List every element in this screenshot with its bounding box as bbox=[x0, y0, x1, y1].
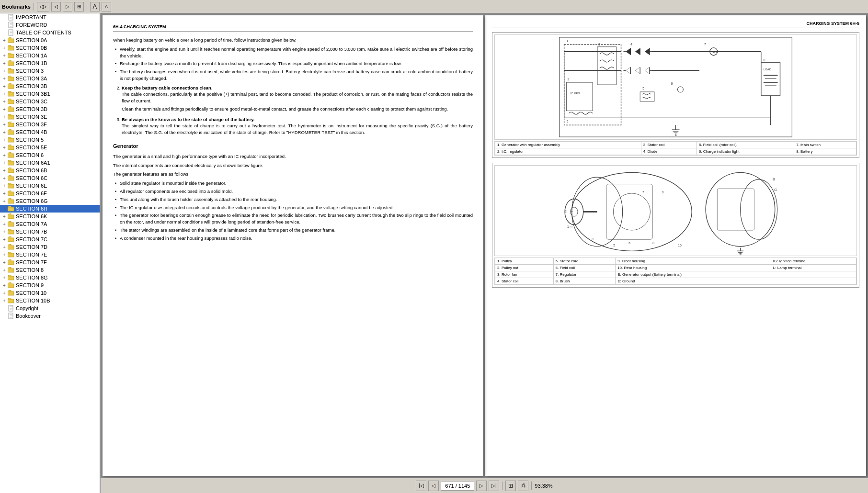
expand-icon-bookcover[interactable] bbox=[1, 313, 8, 319]
sidebar-item-sec6b[interactable]: +SECTION 6B bbox=[0, 167, 100, 174]
collapse-btn[interactable]: ◁▷ bbox=[37, 2, 49, 11]
sidebar-item-sec3f[interactable]: +SECTION 3F bbox=[0, 121, 100, 128]
next-page-btn[interactable]: ▷ bbox=[476, 481, 487, 491]
sidebar-item-sec6k[interactable]: +SECTION 6K bbox=[0, 213, 100, 220]
sidebar-item-sec10b[interactable]: +SECTION 10B bbox=[0, 297, 100, 304]
sidebar-item-sec3b[interactable]: +SECTION 3B bbox=[0, 82, 100, 90]
sidebar-item-sec6h[interactable]: +SECTION 6H bbox=[0, 205, 100, 213]
sidebar-item-sec6f[interactable]: +SECTION 6F bbox=[0, 190, 100, 197]
expand-icon-sec10b[interactable]: + bbox=[1, 297, 8, 304]
sidebar-item-sec3c[interactable]: +SECTION 3C bbox=[0, 98, 100, 105]
expand-icon-sec4b[interactable]: + bbox=[1, 129, 8, 135]
expand-icon-sec5[interactable]: + bbox=[1, 136, 8, 143]
expand-left-btn[interactable]: ◁ bbox=[51, 2, 61, 11]
sidebar-item-sec6c[interactable]: +SECTION 6C bbox=[0, 174, 100, 182]
expand-icon-sec5e[interactable]: + bbox=[1, 144, 8, 151]
sidebar-item-sec7d[interactable]: +SECTION 7D bbox=[0, 243, 100, 251]
sidebar-item-sec6a1[interactable]: +SECTION 6A1 bbox=[0, 159, 100, 167]
expand-all-btn[interactable]: ⊞ bbox=[74, 2, 84, 11]
expand-icon-sec7d[interactable]: + bbox=[1, 244, 8, 250]
expand-icon-sec3b1[interactable]: + bbox=[1, 90, 8, 97]
sidebar-item-sec7a[interactable]: +SECTION 7A bbox=[0, 220, 100, 228]
sidebar-item-sec10[interactable]: +SECTION 10 bbox=[0, 289, 100, 297]
expand-icon-sec1a[interactable]: + bbox=[1, 52, 8, 59]
expand-icon-sec7f[interactable]: + bbox=[1, 259, 8, 266]
expand-icon-sec6b[interactable]: + bbox=[1, 167, 8, 174]
expand-icon-foreword[interactable] bbox=[1, 22, 8, 28]
expand-icon-sec1b[interactable]: + bbox=[1, 60, 8, 67]
sidebar-item-sec6e[interactable]: +SECTION 6E bbox=[0, 182, 100, 190]
sidebar-item-sec3d[interactable]: +SECTION 3D bbox=[0, 105, 100, 113]
folder-icon bbox=[8, 83, 14, 90]
svg-rect-30 bbox=[8, 177, 14, 180]
folder-icon bbox=[8, 228, 14, 235]
font-increase-btn[interactable]: A bbox=[90, 2, 100, 11]
expand-icon-sec3d[interactable]: + bbox=[1, 106, 8, 112]
sidebar-item-sec6g[interactable]: +SECTION 6G bbox=[0, 197, 100, 205]
sidebar-item-copyright[interactable]: Copyright bbox=[0, 304, 100, 312]
sidebar-item-sec1a[interactable]: +SECTION 1A bbox=[0, 52, 100, 59]
first-page-btn[interactable]: |◁ bbox=[416, 481, 426, 491]
bookmark-btn[interactable]: ⊞ bbox=[505, 481, 516, 491]
sidebar-item-sec7f[interactable]: +SECTION 7F bbox=[0, 258, 100, 266]
expand-icon-copyright[interactable] bbox=[1, 305, 8, 312]
font-decrease-btn[interactable]: A bbox=[102, 2, 111, 11]
sidebar-item-sec0a[interactable]: +SECTION 0A bbox=[0, 36, 100, 44]
sidebar-item-sec5[interactable]: +SECTION 5 bbox=[0, 136, 100, 144]
expand-icon-sec8g[interactable]: + bbox=[1, 274, 8, 281]
sidebar-item-important[interactable]: IMPORTANT bbox=[0, 13, 100, 21]
sidebar-item-bookcover[interactable]: Bookcover bbox=[0, 312, 100, 320]
page-number-input[interactable] bbox=[441, 481, 474, 491]
expand-icon-sec6f[interactable]: + bbox=[1, 190, 8, 197]
expand-icon-toc[interactable] bbox=[1, 29, 8, 36]
sidebar-item-sec3a[interactable]: +SECTION 3A bbox=[0, 75, 100, 82]
left-page: 6H-4 CHARGING SYSTEM When keeping batter… bbox=[103, 15, 483, 476]
prev-page-btn[interactable]: ◁ bbox=[428, 481, 439, 491]
sidebar-item-sec3[interactable]: +SECTION 3 bbox=[0, 67, 100, 75]
expand-icon-sec10[interactable]: + bbox=[1, 290, 8, 296]
expand-icon-sec6[interactable]: + bbox=[1, 152, 8, 158]
expand-icon-sec6k[interactable]: + bbox=[1, 213, 8, 220]
sidebar-item-sec3e[interactable]: +SECTION 3E bbox=[0, 113, 100, 121]
expand-icon-sec3f[interactable]: + bbox=[1, 121, 8, 128]
sidebar-item-sec8g[interactable]: +SECTION 8G bbox=[0, 274, 100, 281]
expand-icon-sec3c[interactable]: + bbox=[1, 98, 8, 105]
sidebar-item-sec3b1[interactable]: +SECTION 3B1 bbox=[0, 90, 100, 98]
expand-icon-sec6c[interactable]: + bbox=[1, 175, 8, 181]
sidebar-item-sec1b[interactable]: +SECTION 1B bbox=[0, 59, 100, 67]
expand-icon-sec7c[interactable]: + bbox=[1, 236, 8, 243]
expand-icon-sec6g[interactable]: + bbox=[1, 198, 8, 204]
expand-icon-sec3b[interactable]: + bbox=[1, 83, 8, 90]
expand-icon-sec3[interactable]: + bbox=[1, 67, 8, 74]
sidebar-item-toc[interactable]: TABLE OF CONTENTS bbox=[0, 29, 100, 36]
sidebar-item-sec6[interactable]: +SECTION 6 bbox=[0, 151, 100, 159]
expand-icon-sec7e[interactable]: + bbox=[1, 251, 8, 258]
feature-item: The generator rotor bearings contain eno… bbox=[113, 212, 473, 225]
sidebar-item-sec9[interactable]: +SECTION 9 bbox=[0, 281, 100, 289]
expand-icon-sec3a[interactable]: + bbox=[1, 75, 8, 82]
sidebar-item-sec7c[interactable]: +SECTION 7C bbox=[0, 235, 100, 243]
expand-icon-sec8[interactable]: + bbox=[1, 267, 8, 273]
expand-right-btn[interactable]: ▷ bbox=[63, 2, 72, 11]
svg-text:IC REG: IC REG bbox=[571, 92, 581, 95]
expand-icon-sec7b[interactable]: + bbox=[1, 228, 8, 235]
print-btn[interactable]: ⎙ bbox=[518, 481, 528, 491]
expand-icon-sec7a[interactable]: + bbox=[1, 221, 8, 227]
expand-icon-sec6a1[interactable]: + bbox=[1, 159, 8, 166]
sidebar-item-sec7e[interactable]: +SECTION 7E bbox=[0, 251, 100, 258]
sidebar-item-sec8[interactable]: +SECTION 8 bbox=[0, 266, 100, 274]
sidebar-item-sec7b[interactable]: +SECTION 7B bbox=[0, 228, 100, 235]
svg-rect-23 bbox=[8, 123, 14, 127]
expand-icon-sec6e[interactable]: + bbox=[1, 182, 8, 189]
sidebar-item-foreword[interactable]: FOREWORD bbox=[0, 21, 100, 29]
expand-icon-sec3e[interactable]: + bbox=[1, 113, 8, 120]
expand-icon-sec0a[interactable]: + bbox=[1, 37, 8, 44]
expand-icon-sec9[interactable]: + bbox=[1, 282, 8, 289]
expand-icon-sec6h[interactable]: + bbox=[1, 205, 8, 212]
expand-icon-important[interactable] bbox=[1, 14, 8, 21]
expand-icon-sec0b[interactable]: + bbox=[1, 45, 8, 51]
sidebar-item-sec5e[interactable]: +SECTION 5E bbox=[0, 144, 100, 151]
sidebar-item-sec4b[interactable]: +SECTION 4B bbox=[0, 128, 100, 136]
last-page-btn[interactable]: ▷| bbox=[489, 481, 499, 491]
sidebar-item-sec0b[interactable]: +SECTION 0B bbox=[0, 44, 100, 52]
